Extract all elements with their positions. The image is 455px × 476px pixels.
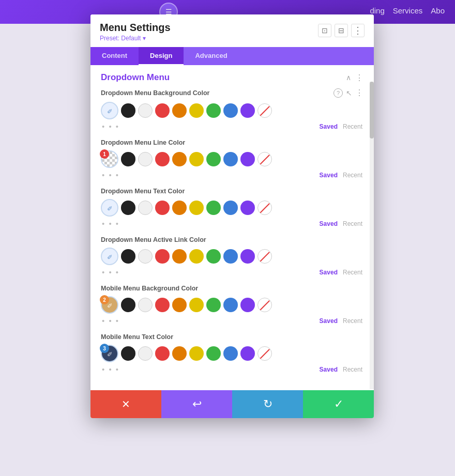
tab-content[interactable]: Content bbox=[90, 47, 139, 65]
swatch-red-mt[interactable] bbox=[155, 346, 170, 361]
swatch-black-line[interactable] bbox=[121, 152, 135, 166]
tab-design[interactable]: Design bbox=[139, 47, 184, 65]
panel-preset[interactable]: Preset: Default ▾ bbox=[100, 35, 171, 42]
color-picker-btn-active-link[interactable]: ✏ bbox=[101, 248, 118, 265]
recent-label-line[interactable]: Recent bbox=[343, 172, 362, 179]
swatch-orange-al[interactable] bbox=[172, 249, 187, 264]
help-icon[interactable]: ? bbox=[333, 88, 343, 98]
swatch-white-al[interactable] bbox=[138, 249, 153, 264]
swatch-yellow-text[interactable] bbox=[189, 201, 204, 215]
swatch-red-line[interactable] bbox=[155, 152, 170, 166]
swatch-yellow-mt[interactable] bbox=[189, 346, 204, 361]
swatch-black-mt[interactable] bbox=[121, 346, 135, 361]
nav-about[interactable]: Abo bbox=[431, 6, 445, 15]
color-picker-btn-bg[interactable]: ✏ bbox=[101, 102, 118, 119]
swatch-yellow-line[interactable] bbox=[189, 152, 204, 166]
setting-more-icon[interactable]: ⋮ bbox=[355, 88, 363, 98]
swatch-blue-mbg[interactable] bbox=[223, 298, 238, 312]
swatch-black-text[interactable] bbox=[121, 201, 135, 215]
saved-label-line[interactable]: Saved bbox=[320, 172, 338, 179]
swatch-blue-mt[interactable] bbox=[223, 346, 238, 361]
swatch-yellow-mbg[interactable] bbox=[189, 298, 204, 312]
swatch-orange-bg[interactable] bbox=[172, 103, 187, 118]
swatch-green-al[interactable] bbox=[206, 249, 221, 264]
nav-ding[interactable]: ding bbox=[370, 6, 384, 15]
recent-label-mt[interactable]: Recent bbox=[343, 366, 362, 373]
swatch-red-bg[interactable] bbox=[155, 103, 170, 118]
recent-label-mbg[interactable]: Recent bbox=[343, 317, 362, 325]
swatch-none-bg[interactable] bbox=[257, 103, 272, 118]
saved-label-mt[interactable]: Saved bbox=[320, 366, 338, 373]
more-dots-al[interactable]: • • • bbox=[102, 268, 119, 277]
recent-label-al[interactable]: Recent bbox=[343, 269, 362, 276]
swatch-orange-mt[interactable] bbox=[172, 346, 187, 361]
swatch-purple-bg[interactable] bbox=[240, 103, 255, 118]
section-title: Dropdown Menu bbox=[101, 72, 170, 83]
swatch-purple-al[interactable] bbox=[240, 249, 255, 264]
swatch-red-mbg[interactable] bbox=[155, 298, 170, 312]
recent-label-bg[interactable]: Recent bbox=[343, 123, 362, 130]
swatch-orange-text[interactable] bbox=[172, 201, 187, 215]
swatch-none-al[interactable] bbox=[257, 249, 272, 264]
nav-services[interactable]: Services bbox=[393, 6, 423, 15]
swatch-blue-al[interactable] bbox=[223, 249, 238, 264]
color-picker-btn-line[interactable]: 1 bbox=[101, 150, 118, 168]
more-dots-bg[interactable]: • • • bbox=[102, 122, 119, 131]
swatch-red-al[interactable] bbox=[155, 249, 170, 264]
swatch-orange-mbg[interactable] bbox=[172, 298, 187, 312]
swatch-black-bg[interactable] bbox=[121, 103, 135, 118]
swatch-white-mbg[interactable] bbox=[138, 298, 153, 312]
section-more-icon[interactable]: ⋮ bbox=[355, 73, 363, 83]
more-options-icon[interactable]: ⋮ bbox=[351, 24, 365, 37]
swatch-green-mt[interactable] bbox=[206, 346, 221, 361]
swatch-red-text[interactable] bbox=[155, 201, 170, 215]
more-dots-text[interactable]: • • • bbox=[102, 219, 119, 228]
swatch-green-bg[interactable] bbox=[206, 103, 221, 118]
panel-title: Menu Settings bbox=[100, 22, 171, 34]
scrollbar-thumb[interactable] bbox=[370, 82, 374, 139]
swatch-yellow-bg[interactable] bbox=[189, 103, 204, 118]
undo-button[interactable]: ↩ bbox=[161, 390, 232, 418]
swatch-blue-line[interactable] bbox=[223, 152, 238, 166]
color-picker-btn-mobile-bg[interactable]: ✏ 2 bbox=[101, 296, 118, 314]
tab-advanced[interactable]: Advanced bbox=[184, 47, 238, 65]
cancel-button[interactable]: ✕ bbox=[90, 390, 161, 418]
swatch-blue-bg[interactable] bbox=[223, 103, 238, 118]
color-picker-btn-text[interactable]: ✏ bbox=[101, 199, 118, 217]
swatch-green-mbg[interactable] bbox=[206, 298, 221, 312]
saved-label-mbg[interactable]: Saved bbox=[320, 317, 338, 325]
swatch-none-mbg[interactable] bbox=[257, 298, 272, 312]
swatch-purple-line[interactable] bbox=[240, 152, 255, 166]
redo-button[interactable]: ↻ bbox=[232, 390, 303, 418]
save-button[interactable]: ✓ bbox=[303, 390, 374, 418]
section-collapse-icon[interactable]: ∧ bbox=[346, 73, 351, 82]
swatch-black-al[interactable] bbox=[121, 249, 135, 264]
swatch-black-mbg[interactable] bbox=[121, 298, 135, 312]
swatch-white-bg[interactable] bbox=[138, 103, 153, 118]
swatch-purple-mbg[interactable] bbox=[240, 298, 255, 312]
cursor-icon[interactable]: ↖ bbox=[346, 89, 352, 97]
swatch-white-mt[interactable] bbox=[138, 346, 153, 361]
swatch-white-text[interactable] bbox=[138, 201, 153, 215]
more-dots-mt[interactable]: • • • bbox=[102, 365, 119, 374]
more-dots-mbg[interactable]: • • • bbox=[102, 316, 119, 325]
more-dots-line[interactable]: • • • bbox=[102, 171, 119, 179]
swatch-green-line[interactable] bbox=[206, 152, 221, 166]
swatch-yellow-al[interactable] bbox=[189, 249, 204, 264]
swatch-orange-line[interactable] bbox=[172, 152, 187, 166]
swatch-none-text[interactable] bbox=[257, 201, 272, 215]
saved-label-bg[interactable]: Saved bbox=[320, 123, 338, 130]
swatch-white-line[interactable] bbox=[138, 152, 153, 166]
swatch-purple-mt[interactable] bbox=[240, 346, 255, 361]
swatch-blue-text[interactable] bbox=[223, 201, 238, 215]
saved-label-text[interactable]: Saved bbox=[320, 220, 338, 227]
swatch-green-text[interactable] bbox=[206, 201, 221, 215]
swatch-purple-text[interactable] bbox=[240, 201, 255, 215]
swatch-none-line[interactable] bbox=[257, 152, 272, 166]
expand-icon[interactable]: ⊟ bbox=[335, 24, 348, 37]
recent-label-text[interactable]: Recent bbox=[343, 220, 362, 227]
saved-label-al[interactable]: Saved bbox=[320, 269, 338, 276]
color-picker-btn-mobile-text[interactable]: ✏ 3 bbox=[101, 345, 118, 362]
swatch-none-mt[interactable] bbox=[257, 346, 272, 361]
restore-icon[interactable]: ⊡ bbox=[318, 24, 331, 37]
